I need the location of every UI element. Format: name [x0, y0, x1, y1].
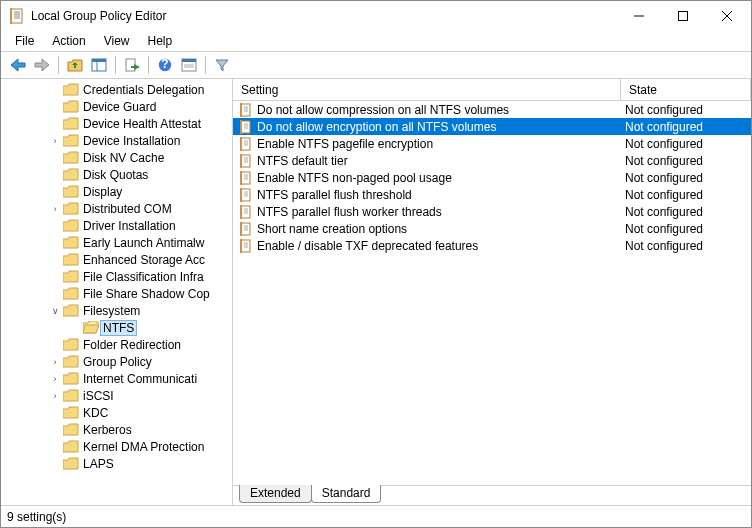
tree-item[interactable]: File Share Shadow Cop: [1, 285, 232, 302]
list-row[interactable]: Enable NTFS pagefile encryptionNot confi…: [233, 135, 751, 152]
setting-state: Not configured: [621, 188, 751, 202]
setting-state: Not configured: [621, 103, 751, 117]
list-row[interactable]: Do not allow encryption on all NTFS volu…: [233, 118, 751, 135]
setting-name: Short name creation options: [257, 222, 407, 236]
list-body[interactable]: Do not allow compression on all NTFS vol…: [233, 101, 751, 485]
list-header: Setting State: [233, 79, 751, 101]
column-setting[interactable]: Setting: [233, 79, 621, 100]
help-button[interactable]: ?: [154, 54, 176, 76]
setting-name: Do not allow encryption on all NTFS volu…: [257, 120, 496, 134]
svg-rect-55: [241, 206, 250, 218]
tree-item[interactable]: Enhanced Storage Acc: [1, 251, 232, 268]
tree-item[interactable]: Device Health Attestat: [1, 115, 232, 132]
filter-button[interactable]: [211, 54, 233, 76]
details-pane: Setting State Do not allow compression o…: [233, 79, 751, 505]
tree-item-label: Folder Redirection: [83, 338, 181, 352]
tab-standard[interactable]: Standard: [311, 485, 382, 503]
tree-item-label: Device Health Attestat: [83, 117, 201, 131]
close-button[interactable]: [705, 2, 749, 30]
tree-toggle-icon[interactable]: ›: [49, 356, 61, 368]
tree-item-label: Kernel DMA Protection: [83, 440, 204, 454]
tree-item[interactable]: NTFS: [1, 319, 232, 336]
tree-item[interactable]: Disk NV Cache: [1, 149, 232, 166]
tree-item[interactable]: ›Device Installation: [1, 132, 232, 149]
svg-rect-25: [241, 104, 250, 116]
list-row[interactable]: Short name creation optionsNot configure…: [233, 220, 751, 237]
svg-rect-51: [240, 188, 242, 202]
svg-rect-21: [182, 59, 196, 62]
maximize-button[interactable]: [661, 2, 705, 30]
tree-toggle-icon[interactable]: ›: [49, 373, 61, 385]
tree-item-label: Disk Quotas: [83, 168, 148, 182]
list-row[interactable]: NTFS parallel flush thresholdNot configu…: [233, 186, 751, 203]
setting-state: Not configured: [621, 205, 751, 219]
tree-item[interactable]: Folder Redirection: [1, 336, 232, 353]
toolbar-divider: [58, 56, 59, 74]
show-hide-tree-button[interactable]: [88, 54, 110, 76]
tree-item-label: Disk NV Cache: [83, 151, 164, 165]
forward-button[interactable]: [31, 54, 53, 76]
list-row[interactable]: Enable NTFS non-paged pool usageNot conf…: [233, 169, 751, 186]
tree-item-label: Device Installation: [83, 134, 180, 148]
back-button[interactable]: [7, 54, 29, 76]
tree-item[interactable]: Credentials Delegation: [1, 81, 232, 98]
setting-state: Not configured: [621, 120, 751, 134]
tree-item[interactable]: ∨Filesystem: [1, 302, 232, 319]
tree-toggle-icon[interactable]: ›: [49, 203, 61, 215]
column-state[interactable]: State: [621, 79, 751, 100]
menu-view[interactable]: View: [96, 32, 138, 50]
list-row[interactable]: NTFS parallel flush worker threadsNot co…: [233, 203, 751, 220]
svg-marker-10: [11, 59, 25, 71]
tree-item[interactable]: File Classification Infra: [1, 268, 232, 285]
tree-item-label: Device Guard: [83, 100, 156, 114]
up-folder-button[interactable]: [64, 54, 86, 76]
tree-item[interactable]: Kerberos: [1, 421, 232, 438]
setting-name: NTFS default tier: [257, 154, 348, 168]
tree-item[interactable]: LAPS: [1, 455, 232, 472]
tree-pane[interactable]: Credentials DelegationDevice GuardDevice…: [1, 79, 233, 505]
tree-item[interactable]: Kernel DMA Protection: [1, 438, 232, 455]
properties-button[interactable]: [178, 54, 200, 76]
tree-item[interactable]: ›Internet Communicati: [1, 370, 232, 387]
tree-item[interactable]: ›Group Policy: [1, 353, 232, 370]
tree-item-label: Filesystem: [83, 304, 140, 318]
tree-item[interactable]: Display: [1, 183, 232, 200]
status-bar: 9 setting(s): [1, 505, 751, 527]
menu-file[interactable]: File: [7, 32, 42, 50]
svg-rect-14: [92, 59, 106, 62]
tree-item[interactable]: Device Guard: [1, 98, 232, 115]
svg-rect-7: [679, 12, 688, 21]
svg-text:?: ?: [161, 58, 168, 71]
export-list-button[interactable]: [121, 54, 143, 76]
tree-item-label: Internet Communicati: [83, 372, 197, 386]
tree-item[interactable]: Driver Installation: [1, 217, 232, 234]
list-row[interactable]: NTFS default tierNot configured: [233, 152, 751, 169]
toolbar: ?: [1, 52, 751, 78]
list-row[interactable]: Enable / disable TXF deprecated features…: [233, 237, 751, 254]
tabs-area: Extended Standard: [233, 485, 751, 505]
svg-rect-1: [10, 8, 12, 24]
menu-action[interactable]: Action: [44, 32, 93, 50]
tree-item-label: Kerberos: [83, 423, 132, 437]
tree-item[interactable]: Early Launch Antimalw: [1, 234, 232, 251]
status-text: 9 setting(s): [7, 510, 66, 524]
tree-item[interactable]: Disk Quotas: [1, 166, 232, 183]
tab-extended[interactable]: Extended: [239, 485, 312, 503]
tree-toggle-icon[interactable]: ∨: [49, 305, 61, 317]
tree-item[interactable]: ›Distributed COM: [1, 200, 232, 217]
list-row[interactable]: Do not allow compression on all NTFS vol…: [233, 101, 751, 118]
menu-help[interactable]: Help: [140, 32, 181, 50]
svg-rect-16: [126, 59, 135, 71]
tree-item[interactable]: ›iSCSI: [1, 387, 232, 404]
svg-rect-36: [240, 137, 242, 151]
tree-item-label: File Share Shadow Cop: [83, 287, 210, 301]
svg-marker-11: [35, 59, 49, 71]
svg-rect-50: [241, 189, 250, 201]
setting-state: Not configured: [621, 154, 751, 168]
tree-item[interactable]: KDC: [1, 404, 232, 421]
minimize-button[interactable]: [617, 2, 661, 30]
svg-rect-31: [240, 120, 242, 134]
tree-toggle-icon[interactable]: ›: [49, 135, 61, 147]
tree-toggle-icon[interactable]: ›: [49, 390, 61, 402]
setting-name: Enable NTFS pagefile encryption: [257, 137, 433, 151]
